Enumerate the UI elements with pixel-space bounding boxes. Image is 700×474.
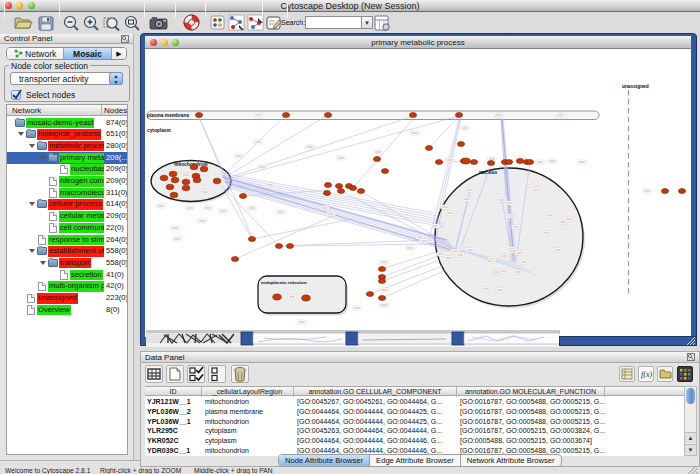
svg-text:f(x): f(x) bbox=[641, 370, 652, 379]
svg-text:endoplasmic reticulum: endoplasmic reticulum bbox=[261, 280, 307, 285]
svg-text:plasma membrane: plasma membrane bbox=[147, 113, 189, 118]
svg-text:cytoplasm: cytoplasm bbox=[147, 128, 171, 133]
svg-text:unassigned: unassigned bbox=[622, 84, 649, 89]
